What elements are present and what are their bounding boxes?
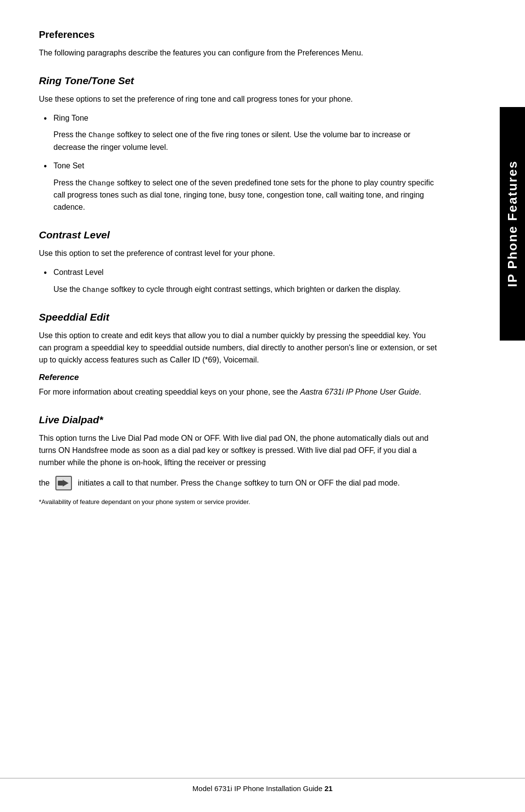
speeddial-section: Speeddial Edit Use this option to create…: [39, 311, 438, 398]
speeddial-intro: Use this option to create and edit keys …: [39, 330, 438, 366]
ring-tone-list: Ring Tone: [39, 112, 438, 125]
live-dialpad-softkey: Change: [216, 479, 242, 487]
reference-heading: Reference: [39, 373, 438, 382]
tone-set-item: Tone Set: [39, 160, 438, 172]
preferences-section: Preferences The following paragraphs des…: [39, 29, 438, 59]
contrast-level-item: Contrast Level: [39, 267, 438, 279]
contrast-level-list: Contrast Level: [39, 267, 438, 279]
page-footer: Model 6731i IP Phone Installation Guide …: [0, 778, 525, 793]
reference-block: Reference For more information about cre…: [39, 373, 438, 398]
tone-set-list: Tone Set: [39, 160, 438, 172]
footer-page-number: 21: [324, 784, 332, 793]
live-dialpad-continued: the initiates a call to that number. Pre…: [39, 476, 438, 491]
footer-text: Model 6731i IP Phone Installation Guide …: [192, 784, 332, 793]
tone-set-label: Tone Set: [53, 162, 84, 170]
live-dialpad-footnote: *Availability of feature dependant on yo…: [39, 497, 438, 507]
side-tab: IP Phone Features: [500, 107, 525, 341]
tone-set-softkey: Change: [88, 180, 115, 188]
speeddial-heading: Speeddial Edit: [39, 311, 438, 323]
contrast-level-label: Contrast Level: [53, 268, 104, 276]
contrast-softkey: Change: [83, 286, 109, 294]
ring-tone-heading: Ring Tone/Tone Set: [39, 75, 438, 87]
live-dialpad-intro: This option turns the Live Dial Pad mode…: [39, 433, 438, 469]
footer-label: Model 6731i IP Phone Installation Guide: [192, 784, 322, 793]
live-dialpad-section: Live Dialpad* This option turns the Live…: [39, 414, 438, 507]
side-tab-text: IP Phone Features: [505, 161, 520, 287]
ring-tone-detail: Press the Change softkey to select one o…: [53, 129, 438, 153]
contrast-level-detail: Use the Change softkey to cycle through …: [53, 284, 438, 296]
page-container: IP Phone Features Preferences The follow…: [0, 0, 525, 812]
ring-tone-softkey: Change: [88, 131, 115, 140]
contrast-level-section: Contrast Level Use this option to set th…: [39, 229, 438, 296]
ring-tone-label: Ring Tone: [53, 114, 88, 122]
preferences-heading: Preferences: [39, 29, 438, 40]
svg-marker-1: [63, 480, 69, 487]
reference-text: For more information about creating spee…: [39, 386, 438, 398]
live-dialpad-heading: Live Dialpad*: [39, 414, 438, 426]
main-content: Preferences The following paragraphs des…: [39, 29, 438, 507]
ring-tone-item: Ring Tone: [39, 112, 438, 125]
ring-tone-section: Ring Tone/Tone Set Use these options to …: [39, 75, 438, 214]
reference-book-title: Aastra 6731i IP Phone User Guide: [300, 388, 419, 396]
handsfree-icon: [55, 476, 72, 491]
contrast-level-intro: Use this option to set the preference of…: [39, 248, 438, 260]
tone-set-detail: Press the Change softkey to select one o…: [53, 177, 438, 214]
svg-rect-0: [58, 481, 63, 486]
contrast-level-heading: Contrast Level: [39, 229, 438, 241]
preferences-intro: The following paragraphs describe the fe…: [39, 47, 438, 59]
ring-tone-intro: Use these options to set the preference …: [39, 93, 438, 106]
